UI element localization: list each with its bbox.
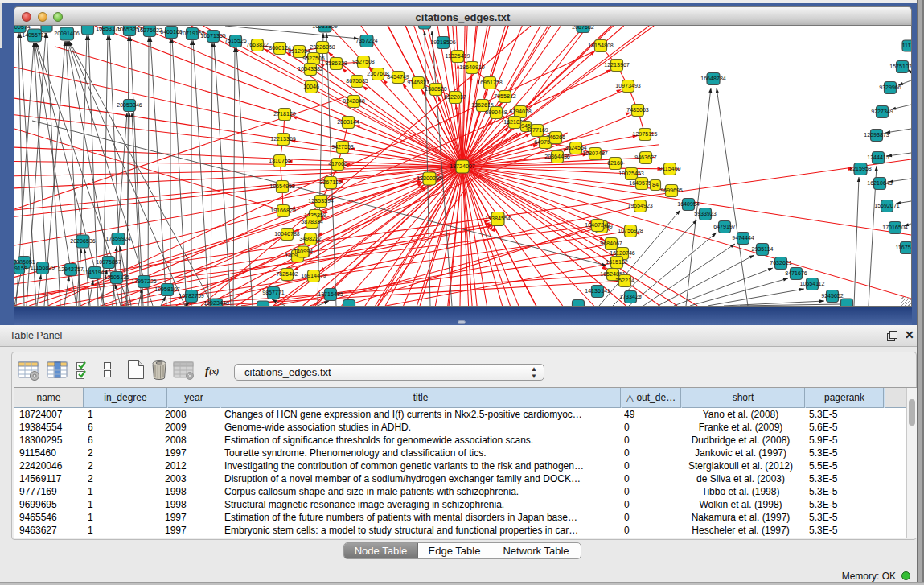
svg-text:10025453: 10025453 [618,171,644,177]
svg-text:417006: 417006 [328,161,347,167]
svg-text:1810755: 1810755 [269,158,291,164]
svg-text:15692071: 15692071 [874,203,900,209]
svg-text:9146821: 9146821 [407,80,429,86]
svg-text:16210643: 16210643 [867,180,893,187]
svg-text:8186328: 8186328 [325,60,347,67]
svg-text:7515526: 7515526 [224,38,247,44]
svg-text:16961758: 16961758 [477,80,503,86]
svg-text:8454749: 8454749 [387,74,409,80]
svg-text:1588520: 1588520 [425,86,447,93]
svg-text:11325419: 11325419 [445,53,470,60]
svg-text:3267110: 3267110 [319,179,341,186]
svg-text:62160: 62160 [607,160,623,167]
svg-text:1615132: 1615132 [606,259,628,266]
svg-text:8215958: 8215958 [849,166,872,172]
svg-text:19218506: 19218506 [430,39,456,46]
svg-text:8675685: 8675685 [346,78,368,84]
svg-text:9684067: 9684067 [600,241,622,247]
svg-text:6990448: 6990448 [485,109,507,116]
svg-text:8912954: 8912954 [288,48,310,55]
svg-text:20053346: 20053346 [117,102,142,109]
svg-text:23226058: 23226058 [310,44,335,51]
svg-text:252214: 252214 [615,278,634,284]
svg-text:2087682: 2087682 [572,26,594,31]
svg-text:39159: 39159 [14,266,27,272]
svg-text:7663822: 7663822 [246,42,269,48]
svg-text:7625402: 7625402 [276,271,298,278]
svg-text:14136141: 14136141 [585,288,610,295]
svg-text:7955812: 7955812 [494,93,516,100]
svg-text:9857771: 9857771 [262,290,285,296]
svg-text:16033809: 16033809 [312,26,338,30]
svg-text:5878334: 5878334 [301,219,323,225]
svg-text:12505135: 12505135 [104,274,129,281]
svg-text:9777169: 9777169 [526,127,548,134]
svg-text:6794028: 6794028 [509,109,532,115]
svg-text:19654953: 19654953 [269,183,295,190]
svg-text:8322037: 8322037 [444,94,466,101]
svg-text:10654112: 10654112 [799,281,824,287]
svg-text:12213369: 12213369 [270,136,296,142]
svg-text:9699695: 9699695 [660,187,683,194]
svg-text:20206536: 20206536 [70,238,96,245]
svg-text:2718120: 2718120 [273,111,296,117]
svg-text:16154808: 16154808 [588,43,614,49]
svg-text:1640954: 1640954 [677,201,700,208]
svg-text:11156829: 11156829 [31,265,55,271]
svg-text:9115460: 9115460 [659,166,680,172]
svg-text:140994: 140994 [294,249,313,255]
svg-text:9474444: 9474444 [732,235,754,241]
svg-text:12093873: 12093873 [864,132,889,138]
svg-text:7485063: 7485063 [626,107,649,113]
svg-text:9427553: 9427553 [331,144,354,150]
svg-text:7632621: 7632621 [770,260,792,266]
svg-text:12923448: 12923448 [203,300,229,306]
svg-text:10973493: 10973493 [615,83,641,89]
svg-text:12975115: 12975115 [632,131,657,138]
svg-text:15276022: 15276022 [137,27,162,34]
svg-text:84: 84 [652,182,659,188]
svg-text:18300295: 18300295 [417,175,442,182]
svg-text:10756928: 10756928 [618,228,643,234]
svg-text:16914479: 16914479 [301,273,326,279]
svg-text:19384554: 19384554 [485,216,511,222]
svg-text:746266: 746266 [546,134,565,141]
svg-text:14055712: 14055712 [22,32,47,39]
svg-text:9329966: 9329966 [879,84,901,91]
svg-text:12213967: 12213967 [604,62,630,68]
svg-text:(x): (x) [209,367,219,377]
svg-text:9242848: 9242848 [343,98,365,105]
svg-text:10807487: 10807487 [582,150,608,157]
svg-text:17359924: 17359924 [105,236,131,242]
svg-text:2803144: 2803144 [337,119,359,126]
svg-text:10046788: 10046788 [274,231,300,237]
svg-text:19166829: 19166829 [270,208,296,214]
svg-text:2935114: 2935114 [751,246,773,253]
svg-text:20364436: 20364436 [544,154,570,160]
svg-text:7357224: 7357224 [355,38,378,44]
svg-text:9527508: 9527508 [352,59,375,65]
svg-text:5933923: 5933923 [694,211,717,217]
svg-text:6479197: 6479197 [713,224,736,230]
svg-text:8471676: 8471676 [785,270,807,277]
svg-text:2367608: 2367608 [367,71,389,77]
svg-text:12942757: 12942757 [58,266,84,273]
svg-text:13716485: 13716485 [318,291,343,298]
svg-text:9463627: 9463627 [634,154,657,161]
svg-text:1244415: 1244415 [867,154,889,161]
svg-text:20091406: 20091406 [54,31,80,37]
svg-text:1733426: 1733426 [619,294,642,300]
svg-text:10975857: 10975857 [96,259,121,266]
svg-text:1167534: 1167534 [895,245,911,251]
svg-text:10543382: 10543382 [298,66,323,72]
svg-text:16648784: 16648784 [700,76,726,82]
svg-text:9527505: 9527505 [302,56,325,62]
svg-text:16671355: 16671355 [200,33,226,39]
svg-text:17957225: 17957225 [131,278,157,285]
svg-text:12353594: 12353594 [308,198,334,204]
svg-text:18724007: 18724007 [450,163,475,170]
svg-text:15751074: 15751074 [889,64,911,70]
svg-text:17016504: 17016504 [882,225,908,231]
svg-text:18407249: 18407249 [585,222,610,229]
svg-text:10046: 10046 [303,84,319,90]
